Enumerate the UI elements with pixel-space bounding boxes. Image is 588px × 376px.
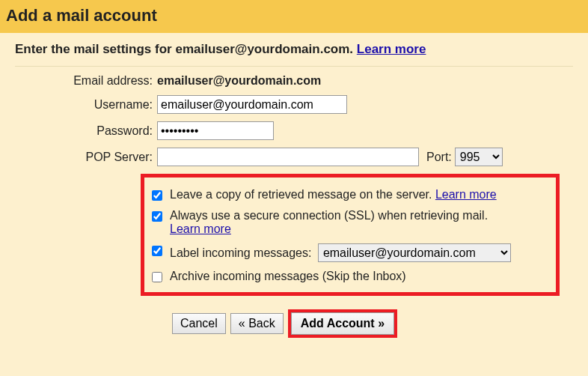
add-account-button[interactable]: Add Account » (291, 312, 394, 335)
label-username: Username: (15, 98, 157, 112)
archive-checkbox[interactable] (152, 272, 162, 282)
cancel-button[interactable]: Cancel (172, 313, 226, 334)
options-highlight-box: Leave a copy of retrieved message on the… (141, 174, 560, 296)
ssl-learn-more-link[interactable]: Learn more (170, 222, 231, 235)
row-pop-server: POP Server: Port: 995 (15, 148, 573, 166)
back-button[interactable]: « Back (230, 313, 284, 334)
option-ssl-row: Always use a secure connection (SSL) whe… (152, 209, 548, 236)
option-label-incoming-row: Label incoming messages: emailuser@yourd… (152, 243, 548, 262)
row-password: Password: (15, 121, 573, 140)
password-input[interactable] (157, 121, 274, 140)
option-ssl-text: Always use a secure connection (SSL) whe… (170, 209, 488, 236)
option-leave-copy-row: Leave a copy of retrieved message on the… (152, 188, 548, 201)
leave-copy-label: Leave a copy of retrieved message on the… (170, 188, 435, 201)
option-archive-text: Archive incoming messages (Skip the Inbo… (170, 270, 406, 283)
label-pop-server: POP Server: (15, 151, 157, 164)
label-incoming-checkbox[interactable] (152, 246, 162, 256)
option-archive-row: Archive incoming messages (Skip the Inbo… (152, 270, 548, 283)
divider (15, 66, 573, 67)
archive-label: Archive incoming messages (Skip the Inbo… (170, 270, 406, 282)
header-prefix: Enter the mail settings for (15, 42, 175, 56)
option-label-incoming-text: Label incoming messages: emailuser@yourd… (170, 243, 511, 262)
header-email: emailuser@yourdomain.com (175, 42, 349, 56)
label-incoming-select[interactable]: emailuser@yourdomain.com (318, 243, 511, 262)
header-instruction: Enter the mail settings for emailuser@yo… (15, 42, 573, 66)
header-suffix: . (349, 42, 356, 56)
dialog-content: Enter the mail settings for emailuser@yo… (0, 33, 588, 376)
button-row: Cancel « Back Add Account » (172, 309, 573, 338)
label-password: Password: (15, 124, 157, 138)
label-port: Port: (426, 151, 452, 164)
username-input[interactable] (157, 95, 347, 114)
label-incoming-label: Label incoming messages: (170, 246, 315, 259)
add-account-highlight: Add Account » (288, 309, 397, 338)
ssl-label: Always use a secure connection (SSL) whe… (170, 209, 488, 222)
row-username: Username: (15, 95, 573, 114)
dialog-title: Add a mail account (0, 0, 588, 33)
ssl-checkbox[interactable] (152, 211, 162, 222)
row-email-address: Email address: emailuser@yourdomain.com (15, 74, 573, 88)
option-leave-copy-text: Leave a copy of retrieved message on the… (170, 188, 497, 201)
port-select[interactable]: 995 (455, 148, 503, 166)
pop-server-input[interactable] (157, 148, 419, 166)
leave-copy-learn-more-link[interactable]: Learn more (435, 188, 497, 201)
header-learn-more-link[interactable]: Learn more (357, 42, 426, 56)
leave-copy-checkbox[interactable] (152, 190, 162, 201)
value-email-address: emailuser@yourdomain.com (157, 74, 321, 88)
label-email-address: Email address: (15, 74, 157, 88)
